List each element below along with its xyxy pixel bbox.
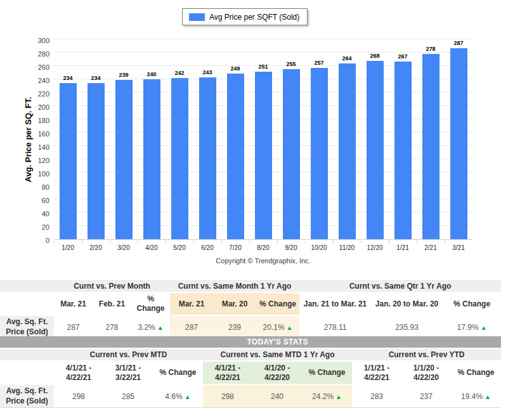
bar — [311, 68, 328, 239]
table1-col-header: Mar. 21 — [170, 292, 213, 315]
bar-slot: 267 — [389, 53, 417, 239]
bar — [227, 74, 244, 239]
table2-cell: 237 — [401, 384, 451, 408]
trendgraphix-report: Avg Price per SQFT (Sold) Avg. Price per… — [0, 0, 508, 420]
x-tick-label: 6/20 — [193, 244, 221, 251]
table2-cell: 285 — [103, 384, 153, 408]
bar-slot: 234 — [82, 75, 110, 239]
bar-value-label: 249 — [230, 65, 240, 72]
bar — [367, 61, 384, 239]
bar-slot: 234 — [54, 75, 82, 239]
up-triangle-icon: ▲ — [481, 324, 487, 331]
plot-area: 2342342392402422432492512552572642682672… — [54, 40, 472, 240]
legend-swatch-icon — [189, 13, 205, 21]
x-tick-label: 1/21 — [389, 244, 417, 251]
y-tick-label: 180 — [0, 117, 49, 124]
up-triangle-icon: ▲ — [485, 393, 491, 400]
table1-cell: 278 — [93, 315, 131, 339]
bar-slot: 278 — [417, 46, 445, 239]
bar — [115, 80, 133, 239]
bar — [171, 78, 188, 239]
bars-container: 2342342392402422432492512552572642682672… — [54, 40, 472, 239]
y-tick-label: 80 — [0, 183, 49, 191]
table1-cell: 3.2%▲ — [131, 315, 170, 339]
table2-banner-row: TODAY'S STATS — [0, 336, 501, 348]
y-tick-label: 300 — [0, 37, 49, 44]
bar-slot: 255 — [277, 61, 305, 239]
bar-value-label: 239 — [119, 72, 128, 78]
table1-group-title: Curnt vs. Same Qtr 1 Yr Ago — [299, 280, 501, 292]
x-tick-label: 4/20 — [138, 244, 166, 251]
x-tick-label: 9/20 — [277, 244, 305, 251]
y-tick-label: 220 — [0, 90, 49, 98]
table2-group-title: Current vs. Prev YTD — [352, 348, 501, 361]
bar-slot: 242 — [166, 70, 193, 239]
table1-col-header: % Change — [256, 292, 299, 315]
table2-cell: 19.4%▲ — [451, 384, 501, 408]
x-axis-labels: 1/202/203/204/205/206/207/208/209/2010/2… — [54, 244, 472, 251]
table2-col-header: 4/1/20 - 4/22/20 — [252, 361, 302, 384]
bar-slot: 239 — [110, 72, 138, 239]
bar-value-label: 242 — [174, 70, 184, 76]
table2-col-header: 1/1/21 - 4/22/21 — [352, 361, 401, 384]
chart-legend: Avg Price per SQFT (Sold) — [182, 8, 308, 25]
table1-corner — [0, 280, 54, 292]
bar-value-label: 234 — [91, 75, 100, 81]
y-tick-label: 160 — [0, 130, 49, 138]
bar-slot: 264 — [333, 55, 361, 239]
bar-value-label: 257 — [314, 60, 323, 66]
table2-group-title: Current vs. Prev MTD — [54, 348, 203, 361]
bar-slot: 257 — [305, 60, 333, 239]
table1-column-header-row: Mar. 21 Feb. 21 % Change Mar. 21 Mar. 20… — [0, 292, 501, 315]
bar — [88, 83, 105, 239]
table2-col-header: % Change — [153, 361, 203, 384]
table2-data-row: Avg. Sq. Ft. Price (Sold) 298 285 4.6%▲ … — [0, 384, 501, 408]
table1-cell: 17.9%▲ — [443, 315, 501, 339]
table1-group-title: Curnt vs. Prev Month — [54, 280, 170, 292]
bar — [60, 83, 77, 239]
table2-col-header: % Change — [451, 361, 501, 384]
bar-value-label: 287 — [453, 40, 463, 46]
bar — [422, 54, 440, 239]
table1-col-header: Jan. 20 to Mar. 20 — [371, 292, 443, 315]
bar — [450, 48, 467, 239]
y-tick-label: 240 — [0, 77, 49, 84]
gridline — [54, 39, 472, 39]
bar-value-label: 264 — [342, 55, 351, 62]
table1-cell: 278.11 — [299, 315, 371, 339]
table2-corner — [0, 336, 54, 348]
todays-stats-table: TODAY'S STATS Current vs. Prev MTD Curre… — [0, 336, 501, 408]
y-tick-label: 40 — [0, 210, 49, 218]
legend-label: Avg Price per SQFT (Sold) — [209, 13, 299, 22]
bar-value-label: 243 — [202, 69, 212, 75]
table2-corner — [0, 361, 54, 384]
y-tick-label: 120 — [0, 157, 49, 164]
x-tick-label: 8/20 — [249, 244, 277, 251]
table2-col-header: % Change — [302, 361, 352, 384]
bar-slot: 287 — [445, 40, 472, 239]
x-tick-label: 2/21 — [417, 244, 445, 251]
x-tick-label: 1/20 — [54, 244, 82, 251]
table1-corner — [0, 292, 54, 315]
table2-cell: 240 — [252, 384, 302, 408]
bar-slot: 249 — [221, 65, 249, 239]
y-tick-label: 200 — [0, 103, 49, 111]
table2-row-label: Avg. Sq. Ft. Price (Sold) — [0, 384, 54, 408]
table1-col-header: Mar. 21 — [54, 292, 93, 315]
bar — [255, 72, 272, 239]
y-tick-label: 100 — [0, 170, 49, 178]
table1-group-title: Curnt vs. Same Month 1 Yr Ago — [170, 280, 299, 292]
y-axis-ticks: 0204060801001201401601802002202402602803… — [0, 40, 49, 240]
table1-cell: 287 — [54, 315, 93, 339]
table2-cell: 283 — [352, 384, 401, 408]
table1-col-header: % Change — [443, 292, 501, 315]
table2-cell: 4.6%▲ — [153, 384, 203, 408]
table1-cell: 20.1%▲ — [256, 315, 299, 339]
x-axis-tickmarks — [54, 240, 472, 243]
bar — [283, 69, 300, 239]
bar-slot: 243 — [193, 69, 221, 239]
table1-col-header: % Change — [131, 292, 170, 315]
x-tick-label: 10/20 — [305, 244, 333, 251]
x-tick-label: 12/20 — [361, 244, 389, 251]
table1-col-header: Feb. 21 — [93, 292, 131, 315]
